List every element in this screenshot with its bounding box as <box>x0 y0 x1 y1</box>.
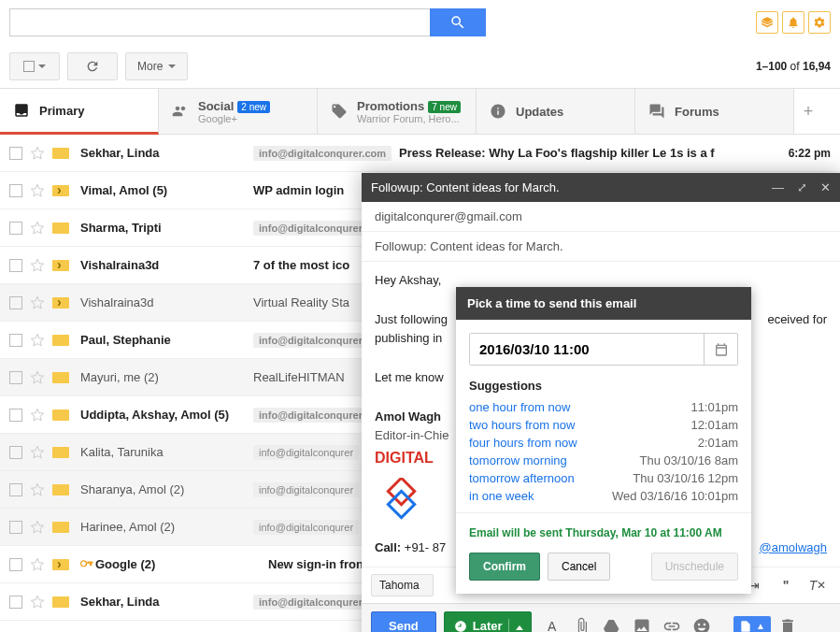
tag-icon <box>331 103 348 120</box>
refresh-button[interactable] <box>67 52 118 80</box>
attach-icon[interactable] <box>573 617 591 621</box>
tab-promotions[interactable]: Promotions7 new Warrior Forum, Hero... <box>318 89 477 134</box>
suggestion-link[interactable]: tomorrow afternoon <box>469 471 575 485</box>
importance-marker[interactable] <box>52 596 69 609</box>
photo-icon[interactable] <box>633 617 651 621</box>
caret-up-icon <box>508 619 523 621</box>
importance-marker[interactable] <box>52 296 69 309</box>
suggestion-link[interactable]: tomorrow morning <box>469 453 567 467</box>
suggestion-time: Thu 03/10/16 12pm <box>633 471 738 485</box>
more-button[interactable]: More <box>125 52 188 80</box>
row-checkbox[interactable] <box>9 446 22 459</box>
row-checkbox[interactable] <box>9 596 22 609</box>
search-input[interactable] <box>9 8 430 36</box>
star-icon[interactable] <box>30 520 45 535</box>
star-icon[interactable] <box>30 221 45 236</box>
suggestion-link[interactable]: two hours from now <box>469 418 575 432</box>
row-checkbox[interactable] <box>9 558 22 571</box>
tab-primary[interactable]: Primary <box>0 89 159 135</box>
text-format-button[interactable]: A <box>539 614 565 621</box>
to-field[interactable]: digitalconqurer@gmail.com <box>362 202 840 232</box>
inbox-icon <box>13 102 30 119</box>
quote-button[interactable]: " <box>773 573 799 597</box>
ext-gear-button[interactable] <box>808 11 831 34</box>
expand-button[interactable]: ⤢ <box>797 180 807 194</box>
tab-label: Promotions <box>357 99 424 113</box>
ext-layers-button[interactable] <box>756 11 778 34</box>
star-icon[interactable] <box>30 295 45 310</box>
subject-field[interactable]: Followup: Content ideas for March. <box>362 232 840 262</box>
font-selector[interactable]: Tahoma <box>371 574 434 596</box>
trash-icon[interactable] <box>778 617 797 621</box>
suggestion-link[interactable]: four hours from now <box>469 436 577 450</box>
label-pill: info@digitalconqurer.com <box>253 146 392 161</box>
importance-marker[interactable] <box>52 259 69 272</box>
importance-marker[interactable] <box>52 222 69 235</box>
ext-bell-button[interactable] <box>782 11 804 34</box>
row-checkbox[interactable] <box>9 371 22 384</box>
cancel-button[interactable]: Cancel <box>548 553 610 581</box>
more-options-button[interactable] <box>804 614 831 621</box>
tab-add[interactable]: + <box>794 89 822 134</box>
email-row[interactable]: Sekhar, Linda info@digitalconqurer.com P… <box>0 135 840 172</box>
minimize-button[interactable]: — <box>772 180 784 194</box>
row-checkbox[interactable] <box>9 483 22 496</box>
emoji-icon[interactable] <box>692 617 711 621</box>
importance-marker[interactable] <box>52 184 69 197</box>
star-icon[interactable] <box>30 595 45 610</box>
calendar-button[interactable] <box>704 334 737 365</box>
tab-social[interactable]: Social2 new Google+ <box>159 89 318 134</box>
row-checkbox[interactable] <box>9 147 22 160</box>
importance-marker[interactable] <box>52 521 69 534</box>
later-button[interactable]: Later <box>444 611 532 621</box>
importance-marker[interactable] <box>52 409 69 422</box>
star-icon[interactable] <box>30 557 45 572</box>
star-icon[interactable] <box>30 482 45 497</box>
confirm-button[interactable]: Confirm <box>469 553 540 581</box>
star-icon[interactable] <box>30 146 45 161</box>
suggestion-row: tomorrow afternoonThu 03/10/16 12pm <box>469 469 738 487</box>
send-button[interactable]: Send <box>371 611 436 621</box>
importance-marker[interactable] <box>52 334 69 347</box>
twitter-link[interactable]: @amolwagh <box>760 539 827 558</box>
importance-marker[interactable] <box>52 371 69 384</box>
star-icon[interactable] <box>30 408 45 423</box>
suggestion-row: one hour from now11:01pm <box>469 398 738 416</box>
row-checkbox[interactable] <box>9 521 22 534</box>
star-icon[interactable] <box>30 258 45 273</box>
star-icon[interactable] <box>30 370 45 385</box>
importance-marker[interactable] <box>52 147 69 160</box>
tab-updates[interactable]: Updates <box>477 89 635 134</box>
row-checkbox[interactable] <box>9 222 22 235</box>
star-icon[interactable] <box>30 445 45 460</box>
label-split-button[interactable]: ▲ <box>733 616 771 621</box>
sender: Paul, Stephanie <box>80 333 253 347</box>
importance-marker[interactable] <box>52 483 69 496</box>
row-checkbox[interactable] <box>9 184 22 197</box>
row-checkbox[interactable] <box>9 259 22 272</box>
suggestion-time: Thu 03/10/16 8am <box>639 453 738 467</box>
sender: Sharma, Tripti <box>80 221 253 235</box>
row-checkbox[interactable] <box>9 296 22 309</box>
clear-format-button[interactable]: T✕ <box>804 573 831 597</box>
importance-marker[interactable] <box>52 558 69 571</box>
suggestion-row: in one weekWed 03/16/16 10:01pm <box>469 487 738 505</box>
select-all-button[interactable] <box>9 52 60 80</box>
importance-marker[interactable] <box>52 446 69 459</box>
link-icon[interactable] <box>662 617 681 621</box>
caret-down-icon <box>168 65 176 68</box>
drive-icon[interactable] <box>603 617 621 621</box>
search-icon <box>449 14 466 31</box>
row-checkbox[interactable] <box>9 409 22 422</box>
close-button[interactable]: ✕ <box>820 180 831 194</box>
suggestion-link[interactable]: one hour from now <box>469 400 570 414</box>
row-checkbox[interactable] <box>9 334 22 347</box>
label-pill: info@digitalconqurer <box>253 482 359 497</box>
star-icon[interactable] <box>30 333 45 348</box>
tab-forums[interactable]: Forums <box>635 89 794 134</box>
sender: Sekhar, Linda <box>80 146 253 160</box>
star-icon[interactable] <box>30 183 45 198</box>
search-button[interactable] <box>430 8 486 36</box>
suggestion-link[interactable]: in one week <box>469 489 534 503</box>
datetime-input[interactable] <box>470 334 704 365</box>
